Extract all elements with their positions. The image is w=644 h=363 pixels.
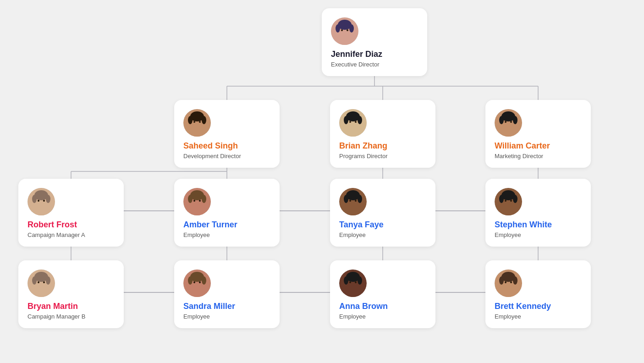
svg-point-51 (513, 116, 517, 124)
org-chart: Jennifer DiazExecutive Director Saheed S… (0, 0, 644, 363)
avatar-bryan (28, 270, 55, 297)
card-stephen[interactable]: Stephen WhiteEmployee (485, 179, 591, 247)
name-saheed: Saheed Singh (183, 141, 238, 151)
name-robert: Robert Frost (28, 220, 77, 230)
svg-point-108 (349, 281, 351, 283)
avatar-robert (28, 188, 55, 215)
svg-point-35 (202, 116, 206, 124)
name-stephen: Stephen White (495, 220, 552, 230)
svg-point-82 (499, 195, 504, 203)
role-sandra: Employee (183, 313, 210, 320)
svg-point-36 (193, 121, 195, 123)
svg-point-44 (349, 121, 351, 123)
svg-point-98 (188, 276, 193, 285)
svg-point-68 (193, 200, 195, 202)
avatar-jennifer (331, 17, 358, 45)
role-saheed: Development Director (183, 153, 241, 160)
avatar-stephen (495, 188, 522, 215)
svg-point-99 (202, 276, 206, 285)
svg-point-77 (355, 200, 357, 202)
card-saheed[interactable]: Saheed SinghDevelopment Director (174, 100, 280, 168)
role-brett: Employee (495, 313, 521, 320)
svg-point-34 (188, 116, 193, 124)
card-brett[interactable]: Brett KennedyEmployee (485, 260, 591, 328)
svg-point-90 (32, 276, 37, 285)
role-stephen: Employee (495, 231, 521, 238)
name-jennifer: Jennifer Diaz (331, 50, 382, 59)
svg-point-59 (46, 195, 50, 203)
svg-point-92 (38, 281, 39, 283)
svg-point-85 (510, 200, 512, 202)
svg-point-74 (344, 195, 348, 203)
svg-point-91 (46, 276, 50, 285)
svg-point-66 (188, 195, 193, 203)
avatar-anna (339, 270, 367, 297)
svg-point-93 (43, 281, 45, 283)
role-tanya: Employee (339, 231, 366, 238)
svg-point-26 (336, 24, 340, 33)
svg-point-27 (349, 24, 354, 33)
card-bryan[interactable]: Bryan MartinCampaign Manager B (18, 260, 124, 328)
svg-point-83 (513, 195, 517, 203)
name-bryan: Bryan Martin (28, 302, 78, 311)
role-william: Marketing Director (495, 153, 543, 160)
svg-point-114 (499, 276, 504, 285)
name-anna: Anna Brown (339, 302, 388, 311)
svg-point-106 (344, 276, 348, 285)
role-bryan: Campaign Manager B (28, 313, 85, 320)
svg-point-61 (43, 200, 45, 202)
card-tanya[interactable]: Tanya FayeEmployee (330, 179, 435, 247)
name-amber: Amber Turner (183, 220, 237, 230)
svg-point-60 (38, 200, 39, 202)
svg-point-29 (347, 29, 348, 31)
avatar-tanya (339, 188, 367, 215)
svg-point-107 (358, 276, 362, 285)
name-brian: Brian Zhang (339, 141, 387, 151)
svg-point-115 (513, 276, 517, 285)
svg-point-75 (358, 195, 362, 203)
svg-point-100 (193, 281, 195, 283)
name-brett: Brett Kennedy (495, 302, 551, 311)
svg-point-28 (341, 29, 343, 31)
avatar-brett (495, 270, 522, 297)
role-robert: Campaign Manager A (28, 231, 85, 238)
avatar-saheed (183, 109, 211, 137)
svg-point-109 (355, 281, 357, 283)
svg-point-37 (199, 121, 201, 123)
svg-point-43 (358, 116, 362, 124)
role-brian: Programs Director (339, 153, 387, 160)
card-sandra[interactable]: Sandra MillerEmployee (174, 260, 280, 328)
role-amber: Employee (183, 231, 210, 238)
card-jennifer[interactable]: Jennifer DiazExecutive Director (322, 8, 427, 76)
avatar-sandra (183, 270, 211, 297)
card-brian[interactable]: Brian ZhangPrograms Director (330, 100, 435, 168)
svg-point-42 (344, 116, 348, 124)
card-anna[interactable]: Anna BrownEmployee (330, 260, 435, 328)
card-amber[interactable]: Amber TurnerEmployee (174, 179, 280, 247)
svg-point-52 (505, 121, 506, 123)
name-william: William Carter (495, 141, 550, 151)
svg-point-58 (32, 195, 37, 203)
svg-point-45 (355, 121, 357, 123)
avatar-brian (339, 109, 367, 137)
svg-point-117 (510, 281, 512, 283)
svg-point-116 (505, 281, 506, 283)
avatar-amber (183, 188, 211, 215)
avatar-william (495, 109, 522, 137)
card-william[interactable]: William CarterMarketing Director (485, 100, 591, 168)
svg-point-101 (199, 281, 201, 283)
svg-point-69 (199, 200, 201, 202)
svg-point-53 (510, 121, 512, 123)
svg-point-50 (499, 116, 504, 124)
svg-point-67 (202, 195, 206, 203)
card-robert[interactable]: Robert FrostCampaign Manager A (18, 179, 124, 247)
name-tanya: Tanya Faye (339, 220, 384, 230)
svg-point-76 (349, 200, 351, 202)
role-jennifer: Executive Director (331, 61, 379, 68)
name-sandra: Sandra Miller (183, 302, 235, 311)
svg-point-84 (505, 200, 506, 202)
role-anna: Employee (339, 313, 366, 320)
